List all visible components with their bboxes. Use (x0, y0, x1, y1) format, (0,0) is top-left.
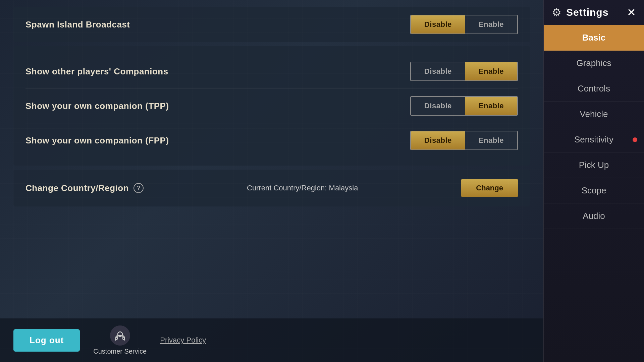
companions-fpp-enable-btn[interactable]: Enable (465, 131, 517, 149)
customer-service-icon (110, 325, 130, 346)
nav-item-audio[interactable]: Audio (544, 203, 644, 229)
close-button[interactable]: ✕ (627, 6, 636, 19)
sensitivity-notification-dot (633, 137, 637, 142)
country-label: Change Country/Region (25, 183, 129, 193)
privacy-policy-link[interactable]: Privacy Policy (160, 336, 206, 345)
spawn-broadcast-enable-btn[interactable]: Enable (465, 15, 517, 34)
settings-header: ⚙ Settings ✕ (544, 0, 644, 25)
nav-scope-label: Scope (582, 185, 606, 196)
companions-tpp-disable-btn[interactable]: Disable (411, 97, 465, 115)
nav-basic-label: Basic (582, 33, 605, 43)
nav-item-scope[interactable]: Scope (544, 178, 644, 203)
nav-item-basic[interactable]: Basic (544, 25, 644, 51)
country-help-icon[interactable]: ? (133, 183, 144, 193)
companions-other-toggle: Disable Enable (410, 62, 518, 81)
nav-vehicle-label: Vehicle (580, 109, 608, 119)
spawn-broadcast-label: Spawn Island Broadcast (25, 19, 130, 30)
companions-fpp-row: Show your own companion (FPP) Disable En… (25, 123, 518, 158)
companions-tpp-toggle: Disable Enable (410, 96, 518, 116)
country-label-group: Change Country/Region ? (25, 183, 144, 193)
companions-other-row: Show other players' Companions Disable E… (25, 54, 518, 89)
nav-item-pickup[interactable]: Pick Up (544, 153, 644, 178)
nav-sensitivity-label: Sensitivity (574, 134, 613, 145)
nav-item-sensitivity[interactable]: Sensitivity (544, 127, 644, 153)
customer-service-button[interactable]: Customer Service (93, 325, 147, 355)
settings-sidebar: ⚙ Settings ✕ Basic Graphics Controls Veh… (543, 0, 644, 362)
companions-fpp-disable-btn[interactable]: Disable (411, 131, 465, 149)
companions-tpp-label: Show your own companion (TPP) (25, 101, 169, 111)
customer-service-label: Customer Service (93, 348, 147, 355)
nav-item-vehicle[interactable]: Vehicle (544, 102, 644, 127)
companions-other-enable-btn[interactable]: Enable (465, 62, 517, 80)
spawn-broadcast-card: Spawn Island Broadcast Disable Enable (13, 7, 530, 42)
companions-tpp-row: Show your own companion (TPP) Disable En… (25, 89, 518, 123)
companions-card: Show other players' Companions Disable E… (13, 46, 530, 166)
gear-icon: ⚙ (552, 6, 561, 19)
nav-audio-label: Audio (583, 211, 605, 221)
logout-button[interactable]: Log out (13, 329, 80, 352)
nav-item-graphics[interactable]: Graphics (544, 51, 644, 76)
settings-title: Settings (566, 7, 608, 18)
companions-fpp-toggle: Disable Enable (410, 131, 518, 150)
settings-title-group: ⚙ Settings (552, 6, 608, 19)
nav-graphics-label: Graphics (576, 58, 611, 68)
companions-fpp-label: Show your own companion (FPP) (25, 135, 169, 146)
nav-pickup-label: Pick Up (579, 160, 609, 170)
companions-other-disable-btn[interactable]: Disable (411, 62, 465, 80)
companions-tpp-enable-btn[interactable]: Enable (465, 97, 517, 115)
nav-controls-label: Controls (578, 83, 610, 94)
main-content: Spawn Island Broadcast Disable Enable Sh… (0, 0, 543, 362)
spawn-broadcast-toggle: Disable Enable (410, 15, 518, 34)
companions-other-label: Show other players' Companions (25, 66, 168, 77)
country-region-card: Change Country/Region ? Current Country/… (13, 170, 530, 206)
current-region-label: Current Country/Region: Malaysia (247, 184, 358, 192)
spawn-broadcast-disable-btn[interactable]: Disable (411, 15, 465, 34)
change-region-button[interactable]: Change (461, 179, 518, 197)
bottom-bar: Log out Customer Service Privacy Policy (0, 318, 543, 362)
nav-item-controls[interactable]: Controls (544, 76, 644, 102)
